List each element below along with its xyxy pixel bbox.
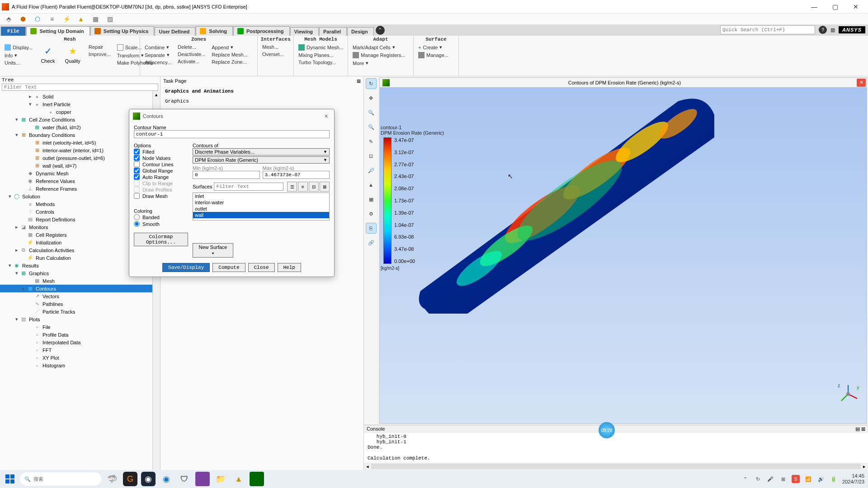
taskbar-fluent-icon[interactable]: [250, 472, 264, 486]
ribbon-display[interactable]: Display...: [4, 44, 33, 51]
contour-name-input[interactable]: [134, 130, 330, 138]
save-display-button[interactable]: Save/Display: [162, 263, 210, 272]
gfx-image-icon[interactable]: ▦: [366, 194, 377, 205]
ribbon-intf-mesh[interactable]: Mesh...: [261, 44, 285, 50]
tree-item[interactable]: ∿Pathlines: [0, 300, 152, 308]
ribbon-info[interactable]: Info ▾: [4, 52, 33, 59]
surf-tool-icon[interactable]: ⊟: [309, 182, 319, 192]
surface-list-item[interactable]: wall: [193, 212, 329, 218]
tab-viewing[interactable]: Viewing: [290, 27, 319, 36]
qat-icon[interactable]: ⬡: [33, 15, 42, 23]
ribbon-quality[interactable]: ★Quality: [62, 44, 83, 65]
ribbon-dynmesh[interactable]: Dynamic Mesh...: [297, 44, 344, 51]
tab-parallel[interactable]: Parallel: [319, 27, 347, 36]
ribbon-adjacency[interactable]: Adjacency...: [144, 59, 172, 66]
option-checkbox[interactable]: Contour Lines: [134, 161, 188, 167]
taskbar-explorer-icon[interactable]: 📁: [213, 472, 228, 486]
tray-volume-icon[interactable]: 🔊: [817, 475, 825, 483]
max-input[interactable]: [263, 171, 330, 179]
ribbon-repair[interactable]: Repair: [88, 44, 112, 50]
tray-sync-icon[interactable]: ↻: [754, 475, 762, 483]
ribbon-improve[interactable]: Improve...: [88, 51, 112, 57]
tab-physics[interactable]: Setting Up Physics: [90, 26, 155, 36]
min-input[interactable]: [193, 171, 260, 179]
surf-tool-icon[interactable]: ⊠: [320, 182, 330, 192]
tree-item[interactable]: ▫File: [0, 323, 152, 331]
ribbon-replacezone[interactable]: Replace Zone...: [211, 59, 248, 65]
ribbon-activate[interactable]: Activate...: [177, 58, 206, 65]
ribbon-managereg[interactable]: Manage Registers...: [352, 52, 406, 59]
surface-list-item[interactable]: interior-water: [193, 199, 329, 206]
task-close-icon[interactable]: ⊠: [357, 78, 361, 84]
tab-domain[interactable]: Setting Up Domain: [26, 26, 90, 36]
tray-app-icon[interactable]: S: [792, 475, 800, 483]
ribbon-delete[interactable]: Delete...: [177, 44, 206, 50]
tab-design[interactable]: Design: [347, 27, 374, 36]
ribbon-separate[interactable]: Separate ▾: [144, 52, 172, 58]
qat-icon[interactable]: ▦: [91, 15, 99, 23]
taskbar-edge-icon[interactable]: ◉: [159, 472, 174, 486]
ribbon-turbo[interactable]: Turbo Topology...: [297, 59, 344, 66]
gfx-canvas[interactable]: contour-1DPM Erosion Rate (Generic) 3.47…: [380, 88, 867, 423]
close-button[interactable]: ✕: [845, 0, 866, 14]
maximize-button[interactable]: ▢: [825, 0, 845, 14]
contours-of-select1[interactable]: Discrete Phase Variables...▼: [193, 148, 330, 155]
tree-item[interactable]: ▸▦Contours: [0, 285, 152, 292]
ribbon-append[interactable]: Append ▾: [211, 44, 248, 51]
tree-item[interactable]: ▫FFT: [0, 346, 152, 354]
gfx-link-icon[interactable]: 🔗: [366, 237, 377, 248]
taskbar-ansys-icon[interactable]: ▲: [231, 472, 246, 486]
help-icon[interactable]: ?: [819, 26, 827, 34]
gfx-window-close[interactable]: ✕: [857, 79, 866, 87]
gfx-copy-icon[interactable]: ⎘: [366, 223, 377, 234]
quick-search-input[interactable]: [720, 25, 815, 34]
option-checkbox[interactable]: Filled: [134, 149, 188, 155]
ribbon-replacemesh[interactable]: Replace Mesh...: [211, 52, 248, 58]
option-checkbox[interactable]: Draw Mesh: [134, 193, 188, 199]
console-menu-icon[interactable]: ▤ ⊠: [855, 426, 865, 432]
tree-item[interactable]: ▾●Inert Particle: [0, 100, 152, 108]
colormap-options-button[interactable]: Colormap Options...: [134, 233, 188, 246]
tree-item[interactable]: ▸●Solid: [0, 93, 152, 100]
tree-item[interactable]: ⋰Particle Tracks: [0, 308, 152, 315]
help-button[interactable]: Help: [278, 263, 301, 272]
gfx-select-icon[interactable]: ▲: [366, 179, 377, 190]
taskbar-app-icon[interactable]: ◉: [141, 472, 156, 486]
contours-of-select2[interactable]: DPM Erosion Rate (Generic)▼: [193, 156, 330, 164]
close-button[interactable]: Close: [248, 263, 275, 272]
gfx-zoomout-icon[interactable]: 🔍: [366, 122, 377, 132]
qat-icon[interactable]: ▨: [106, 15, 114, 23]
taskbar-app-icon[interactable]: [195, 472, 210, 486]
tree-filter-input[interactable]: [2, 84, 158, 91]
expand-icon[interactable]: ⌃: [376, 26, 385, 35]
option-checkbox[interactable]: Node Values: [134, 155, 188, 161]
tray-mic-icon[interactable]: 🎤: [766, 475, 774, 483]
surface-list-item[interactable]: inlet: [193, 193, 329, 199]
console-body[interactable]: hyb_init-0 hyb_init-1 Done. Calculation …: [364, 433, 868, 463]
coloring-smooth[interactable]: Smooth: [134, 221, 188, 227]
ribbon-combine[interactable]: Combine ▾: [144, 44, 172, 51]
minimize-button[interactable]: —: [804, 0, 825, 14]
surface-list-item[interactable]: outlet: [193, 206, 329, 212]
tree-item[interactable]: ▫Profile Data: [0, 331, 152, 338]
ribbon-adapt-more[interactable]: More ▾: [352, 60, 406, 66]
gfx-fit-icon[interactable]: ⊡: [366, 150, 377, 161]
tree-item[interactable]: ↗Vectors: [0, 292, 152, 300]
tree-item[interactable]: ▾▨Plots: [0, 315, 152, 323]
qat-icon[interactable]: ≡: [48, 15, 56, 23]
qat-icon[interactable]: ⬘: [5, 15, 13, 23]
tab-solving[interactable]: Solving: [196, 26, 233, 36]
gfx-zoom-icon[interactable]: 🔎: [366, 165, 377, 176]
qat-icon[interactable]: ⬢: [19, 15, 27, 23]
surfaces-filter-input[interactable]: [214, 183, 283, 191]
layout-icon[interactable]: ▥: [830, 27, 835, 33]
tray-expand-icon[interactable]: ⌃: [741, 475, 749, 483]
taskbar-search[interactable]: 🔍搜索: [20, 472, 101, 486]
dialog-close-icon[interactable]: ✕: [321, 113, 330, 119]
ribbon-managesurf[interactable]: Manage...: [417, 52, 449, 59]
taskbar-app-icon[interactable]: 🛡: [177, 472, 192, 486]
new-surface-button[interactable]: New Surface ▾: [193, 243, 233, 258]
option-checkbox[interactable]: Global Range: [134, 168, 188, 174]
tree-item[interactable]: ▫XY Plot: [0, 354, 152, 361]
taskbar-app-icon[interactable]: G: [123, 472, 137, 486]
